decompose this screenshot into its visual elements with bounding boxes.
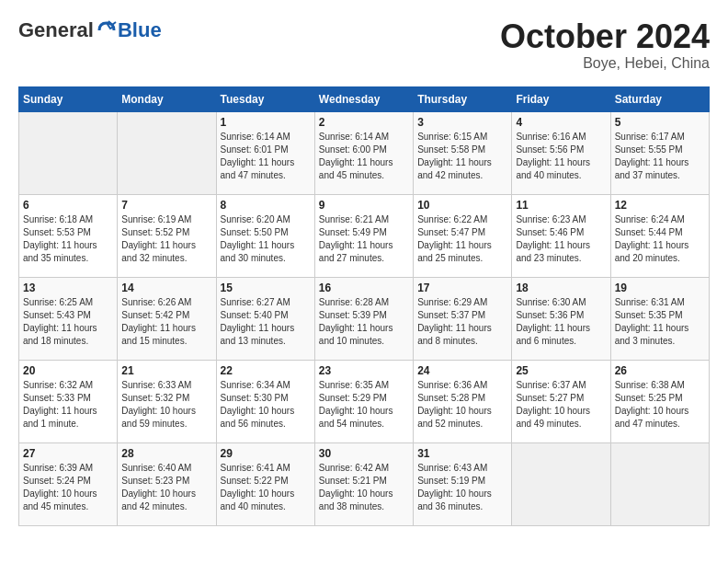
calendar-cell: 10Sunrise: 6:22 AMSunset: 5:47 PMDayligh…	[414, 194, 512, 277]
day-number: 10	[417, 199, 507, 212]
day-number: 24	[417, 364, 507, 377]
calendar-cell: 15Sunrise: 6:27 AMSunset: 5:40 PMDayligh…	[216, 277, 314, 360]
day-number: 18	[516, 282, 606, 294]
day-info: Sunrise: 6:41 AMSunset: 5:22 PMDaylight:…	[221, 462, 311, 513]
calendar-cell: 6Sunrise: 6:18 AMSunset: 5:53 PMDaylight…	[19, 194, 118, 277]
page-header: General Blue October 2024 Boye, Hebei, C…	[18, 18, 710, 72]
day-info: Sunrise: 6:42 AMSunset: 5:21 PMDaylight:…	[319, 462, 409, 513]
day-info: Sunrise: 6:43 AMSunset: 5:19 PMDaylight:…	[417, 462, 507, 513]
calendar-cell: 26Sunrise: 6:38 AMSunset: 5:25 PMDayligh…	[610, 360, 709, 442]
day-number: 14	[121, 282, 211, 294]
weekday-header: Friday	[512, 86, 610, 111]
day-number: 27	[23, 447, 113, 460]
day-number: 30	[319, 447, 409, 460]
month-title: October 2024	[500, 18, 710, 55]
day-number: 15	[221, 282, 311, 294]
day-info: Sunrise: 6:27 AMSunset: 5:40 PMDaylight:…	[221, 296, 311, 348]
day-info: Sunrise: 6:25 AMSunset: 5:43 PMDaylight:…	[23, 296, 113, 348]
calendar-cell: 19Sunrise: 6:31 AMSunset: 5:35 PMDayligh…	[610, 277, 709, 360]
calendar-cell: 5Sunrise: 6:17 AMSunset: 5:55 PMDaylight…	[610, 111, 709, 194]
day-number: 9	[319, 199, 409, 212]
day-number: 29	[221, 447, 311, 460]
day-info: Sunrise: 6:15 AMSunset: 5:58 PMDaylight:…	[417, 131, 507, 182]
calendar-cell: 11Sunrise: 6:23 AMSunset: 5:46 PMDayligh…	[512, 194, 610, 277]
weekday-header-row: SundayMondayTuesdayWednesdayThursdayFrid…	[19, 86, 710, 111]
day-info: Sunrise: 6:31 AMSunset: 5:35 PMDaylight:…	[615, 296, 705, 348]
day-info: Sunrise: 6:18 AMSunset: 5:53 PMDaylight:…	[23, 213, 113, 265]
day-number: 16	[319, 282, 409, 294]
logo-icon	[96, 19, 118, 41]
calendar-cell: 7Sunrise: 6:19 AMSunset: 5:52 PMDaylight…	[118, 194, 216, 277]
calendar-cell: 16Sunrise: 6:28 AMSunset: 5:39 PMDayligh…	[314, 277, 413, 360]
calendar-cell: 24Sunrise: 6:36 AMSunset: 5:28 PMDayligh…	[414, 360, 512, 442]
day-number: 23	[319, 364, 409, 377]
calendar-cell	[118, 111, 216, 194]
day-info: Sunrise: 6:29 AMSunset: 5:37 PMDaylight:…	[417, 296, 507, 348]
day-info: Sunrise: 6:37 AMSunset: 5:27 PMDaylight:…	[516, 379, 606, 431]
day-info: Sunrise: 6:33 AMSunset: 5:32 PMDaylight:…	[121, 379, 211, 431]
calendar-cell: 25Sunrise: 6:37 AMSunset: 5:27 PMDayligh…	[512, 360, 610, 442]
calendar-week-row: 20Sunrise: 6:32 AMSunset: 5:33 PMDayligh…	[19, 360, 710, 442]
calendar-cell: 28Sunrise: 6:40 AMSunset: 5:23 PMDayligh…	[118, 442, 216, 525]
day-info: Sunrise: 6:30 AMSunset: 5:36 PMDaylight:…	[516, 296, 606, 348]
day-number: 7	[121, 199, 211, 212]
day-info: Sunrise: 6:22 AMSunset: 5:47 PMDaylight:…	[417, 213, 507, 265]
weekday-header: Wednesday	[314, 86, 413, 111]
calendar-cell: 3Sunrise: 6:15 AMSunset: 5:58 PMDaylight…	[414, 111, 512, 194]
logo-blue: Blue	[118, 18, 162, 42]
calendar-cell: 29Sunrise: 6:41 AMSunset: 5:22 PMDayligh…	[216, 442, 314, 525]
calendar-cell: 9Sunrise: 6:21 AMSunset: 5:49 PMDaylight…	[314, 194, 413, 277]
day-number: 20	[23, 364, 113, 377]
day-info: Sunrise: 6:35 AMSunset: 5:29 PMDaylight:…	[319, 379, 409, 431]
calendar-cell: 8Sunrise: 6:20 AMSunset: 5:50 PMDaylight…	[216, 194, 314, 277]
calendar-cell: 21Sunrise: 6:33 AMSunset: 5:32 PMDayligh…	[118, 360, 216, 442]
day-number: 21	[121, 364, 211, 377]
day-number: 19	[615, 282, 705, 294]
calendar-cell	[512, 442, 610, 525]
day-number: 17	[417, 282, 507, 294]
logo: General Blue	[18, 18, 162, 42]
calendar-cell: 30Sunrise: 6:42 AMSunset: 5:21 PMDayligh…	[314, 442, 413, 525]
weekday-header: Sunday	[19, 86, 118, 111]
calendar-cell: 22Sunrise: 6:34 AMSunset: 5:30 PMDayligh…	[216, 360, 314, 442]
weekday-header: Tuesday	[216, 86, 314, 111]
day-info: Sunrise: 6:16 AMSunset: 5:56 PMDaylight:…	[516, 131, 606, 182]
day-number: 2	[319, 116, 409, 129]
day-number: 13	[23, 282, 113, 294]
calendar-cell: 20Sunrise: 6:32 AMSunset: 5:33 PMDayligh…	[19, 360, 118, 442]
calendar-cell: 31Sunrise: 6:43 AMSunset: 5:19 PMDayligh…	[414, 442, 512, 525]
logo-general: General	[18, 18, 94, 42]
day-info: Sunrise: 6:40 AMSunset: 5:23 PMDaylight:…	[121, 462, 211, 513]
day-info: Sunrise: 6:21 AMSunset: 5:49 PMDaylight:…	[319, 213, 409, 265]
calendar-week-row: 27Sunrise: 6:39 AMSunset: 5:24 PMDayligh…	[19, 442, 710, 525]
calendar-cell	[19, 111, 118, 194]
day-info: Sunrise: 6:32 AMSunset: 5:33 PMDaylight:…	[23, 379, 113, 431]
day-number: 8	[221, 199, 311, 212]
calendar-cell: 2Sunrise: 6:14 AMSunset: 6:00 PMDaylight…	[314, 111, 413, 194]
day-number: 1	[221, 116, 311, 129]
day-number: 12	[615, 199, 705, 212]
day-number: 6	[23, 199, 113, 212]
calendar-cell: 4Sunrise: 6:16 AMSunset: 5:56 PMDaylight…	[512, 111, 610, 194]
day-info: Sunrise: 6:14 AMSunset: 6:00 PMDaylight:…	[319, 131, 409, 182]
day-number: 26	[615, 364, 705, 377]
day-number: 31	[417, 447, 507, 460]
day-info: Sunrise: 6:23 AMSunset: 5:46 PMDaylight:…	[516, 213, 606, 265]
calendar-cell: 13Sunrise: 6:25 AMSunset: 5:43 PMDayligh…	[19, 277, 118, 360]
weekday-header: Thursday	[414, 86, 512, 111]
calendar-cell: 12Sunrise: 6:24 AMSunset: 5:44 PMDayligh…	[610, 194, 709, 277]
day-number: 5	[615, 116, 705, 129]
day-info: Sunrise: 6:36 AMSunset: 5:28 PMDaylight:…	[417, 379, 507, 431]
day-number: 28	[121, 447, 211, 460]
calendar-cell: 27Sunrise: 6:39 AMSunset: 5:24 PMDayligh…	[19, 442, 118, 525]
day-info: Sunrise: 6:28 AMSunset: 5:39 PMDaylight:…	[319, 296, 409, 348]
day-number: 11	[516, 199, 606, 212]
day-info: Sunrise: 6:34 AMSunset: 5:30 PMDaylight:…	[221, 379, 311, 431]
day-number: 3	[417, 116, 507, 129]
day-info: Sunrise: 6:26 AMSunset: 5:42 PMDaylight:…	[121, 296, 211, 348]
day-info: Sunrise: 6:24 AMSunset: 5:44 PMDaylight:…	[615, 213, 705, 265]
day-info: Sunrise: 6:20 AMSunset: 5:50 PMDaylight:…	[221, 213, 311, 265]
day-info: Sunrise: 6:38 AMSunset: 5:25 PMDaylight:…	[615, 379, 705, 431]
weekday-header: Saturday	[610, 86, 709, 111]
day-info: Sunrise: 6:17 AMSunset: 5:55 PMDaylight:…	[615, 131, 705, 182]
